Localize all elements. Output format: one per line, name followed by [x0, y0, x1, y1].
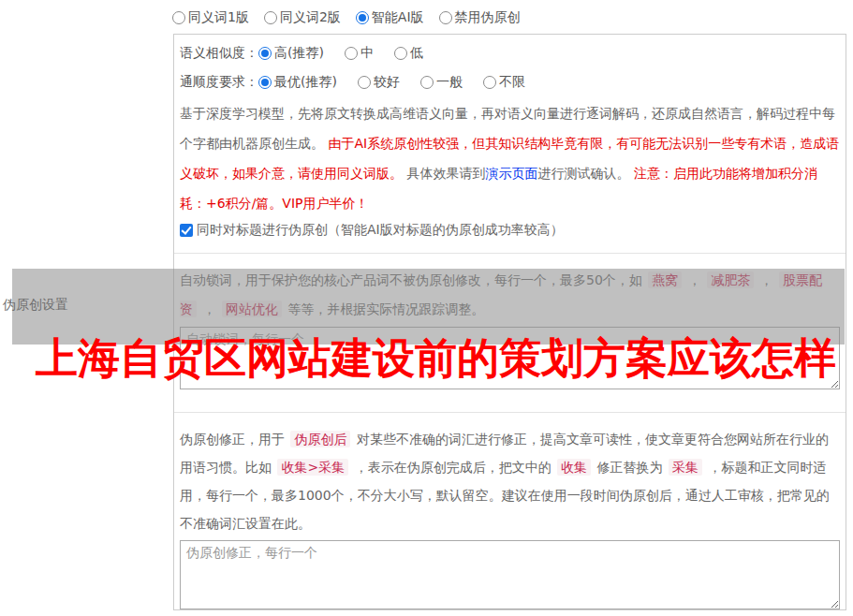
text-segment: 伪原创修正，用于	[180, 432, 288, 447]
spin-version-radio-group: 同义词1版同义词2版智能AI版禁用伪原创	[172, 9, 521, 26]
section-divider	[174, 412, 846, 413]
radio-option-label: 较好	[374, 74, 400, 91]
spin-title-checkbox-row[interactable]: 同时对标题进行伪原创（智能AI版对标题的伪原创成功率较高）	[180, 222, 840, 239]
radio-option-较好[interactable]: 较好	[358, 74, 400, 91]
radio-option-label: 同义词1版	[188, 9, 249, 26]
radio-option-中[interactable]: 中	[345, 45, 374, 62]
text-segment: ，表示在伪原创完成后，把文中的	[350, 460, 555, 475]
semantic-similarity-row: 语义相似度： 高(推荐)中低	[180, 44, 840, 63]
spin-title-checkbox-label: 同时对标题进行伪原创（智能AI版对标题的伪原创成功率较高）	[197, 222, 564, 239]
radio-option-label: 一般	[436, 74, 463, 91]
text-segment: 修正替换为	[593, 460, 667, 475]
radio-unchecked-icon[interactable]	[394, 47, 407, 60]
fluency-requirement-label: 通顺度要求：	[180, 74, 258, 91]
radio-option-禁用伪原创[interactable]: 禁用伪原创	[439, 9, 521, 26]
semantic-similarity-label: 语义相似度：	[180, 45, 258, 62]
radio-unchecked-icon[interactable]	[483, 76, 496, 89]
radio-checked-icon[interactable]	[258, 76, 272, 89]
radio-option-不限[interactable]: 不限	[483, 74, 525, 91]
demo-page-link[interactable]: 演示页面	[485, 166, 537, 181]
radio-option-label: 不限	[499, 74, 525, 91]
semantic-similarity-options: 高(推荐)中低	[258, 45, 423, 62]
ai-model-description-paragraph: 基于深度学习模型，先将原文转换成高维语义向量，再对语义向量进行逐词解码，还原成自…	[180, 98, 840, 218]
radio-option-同义词2版[interactable]: 同义词2版	[264, 9, 341, 26]
radio-option-高(推荐)[interactable]: 高(推荐)	[258, 45, 324, 62]
watermark-title-text: 上海自贸区网站建设前的策划方案应该怎样	[36, 335, 836, 382]
radio-checked-icon[interactable]	[356, 11, 369, 24]
highlighted-keyword: 伪原创后	[290, 431, 350, 447]
highlighted-keyword: 采集	[669, 459, 702, 476]
radio-option-一般[interactable]: 一般	[420, 74, 463, 91]
radio-unchecked-icon[interactable]	[439, 11, 452, 24]
radio-option-label: 低	[410, 45, 423, 62]
radio-checked-icon[interactable]	[258, 47, 272, 60]
radio-option-同义词1版[interactable]: 同义词1版	[172, 9, 249, 26]
radio-option-智能AI版[interactable]: 智能AI版	[356, 9, 424, 26]
radio-option-label: 最优(推荐)	[274, 74, 337, 91]
highlighted-keyword: 收集>采集	[277, 459, 348, 476]
spin-correction-paragraph: 伪原创修正，用于 伪原创后 对某些不准确的词汇进行修正，提高文章可读性，使文章更…	[180, 425, 840, 537]
radio-unchecked-icon[interactable]	[420, 76, 434, 89]
radio-option-label: 禁用伪原创	[455, 9, 521, 26]
radio-option-label: 同义词2版	[280, 9, 341, 26]
radio-unchecked-icon[interactable]	[264, 11, 277, 24]
section-divider	[174, 253, 846, 254]
radio-option-低[interactable]: 低	[394, 45, 423, 62]
radio-unchecked-icon[interactable]	[172, 11, 185, 24]
radio-option-label: 中	[360, 45, 374, 62]
radio-unchecked-icon[interactable]	[358, 76, 371, 89]
radio-option-label: 智能AI版	[372, 9, 424, 26]
radio-unchecked-icon[interactable]	[345, 47, 358, 60]
fluency-requirement-row: 通顺度要求： 最优(推荐)较好一般不限	[180, 73, 840, 92]
text-segment: 具体效果请到	[403, 166, 485, 181]
row-label-pseudo-original-settings: 伪原创设置	[3, 297, 68, 314]
text-segment: 进行测试确认。	[537, 166, 633, 181]
spin-correction-textarea[interactable]	[180, 540, 840, 609]
highlighted-keyword: 收集	[557, 459, 591, 476]
radio-option-最优(推荐)[interactable]: 最优(推荐)	[258, 74, 337, 91]
radio-option-label: 高(推荐)	[274, 45, 324, 62]
checkbox-checked-icon[interactable]	[180, 224, 193, 237]
fluency-requirement-options: 最优(推荐)较好一般不限	[258, 74, 525, 91]
